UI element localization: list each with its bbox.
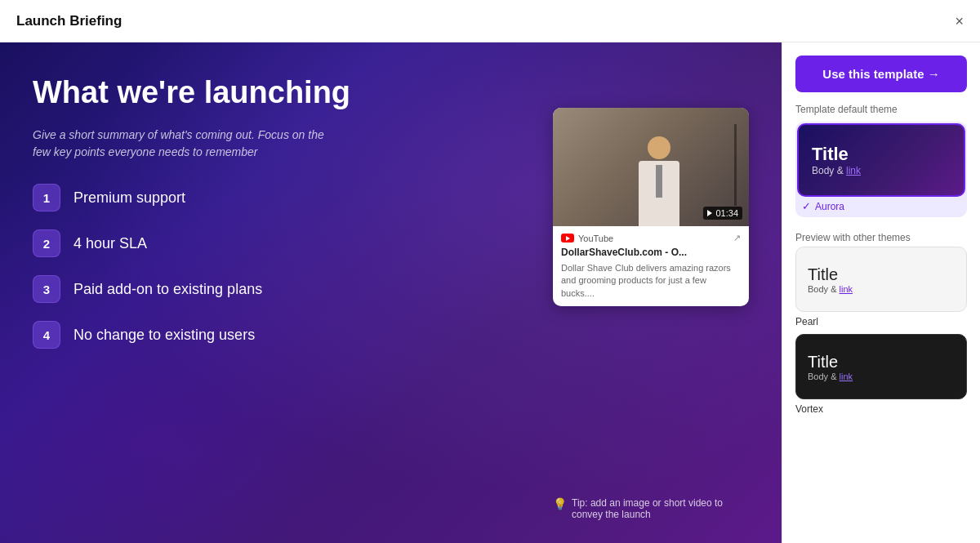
- pearl-theme-title: Title: [808, 265, 955, 284]
- slide-content: What we're launching Give a short summar…: [33, 75, 749, 349]
- tip-text: 💡 Tip: add an image or short video to co…: [553, 497, 749, 520]
- use-template-button[interactable]: Use this template →: [795, 56, 967, 92]
- slide-title: What we're launching: [33, 75, 749, 110]
- list-item: 2 4 hour SLA: [33, 229, 749, 257]
- aurora-check-indicator: ✓ Aurora: [797, 197, 965, 216]
- template-default-label: Template default theme: [795, 104, 967, 115]
- preview-other-section: Preview with other themes Title Body & l…: [795, 232, 967, 421]
- vortex-theme-card[interactable]: Title Body & link: [795, 334, 967, 399]
- vortex-theme-link[interactable]: link: [840, 372, 853, 381]
- item-number-1: 1: [33, 184, 60, 211]
- item-number-4: 4: [33, 321, 60, 349]
- pearl-theme-body: Body & link: [808, 284, 955, 294]
- pearl-theme-card[interactable]: Title Body & link: [795, 247, 967, 312]
- feature-list: 1 Premium support 2 4 hour SLA 3 Paid ad…: [33, 184, 749, 349]
- aurora-theme-body: Body & link: [812, 165, 951, 176]
- list-item: 3 Paid add-on to existing plans: [33, 275, 749, 303]
- aurora-theme-card[interactable]: Title Body & link: [797, 123, 965, 197]
- preview-other-label: Preview with other themes: [795, 232, 967, 243]
- slide-subtitle: Give a short summary of what's coming ou…: [33, 127, 343, 161]
- check-mark-icon: ✓: [802, 200, 811, 212]
- item-text-3: Paid add-on to existing plans: [74, 281, 262, 298]
- template-default-section: Template default theme Title Body & link…: [795, 104, 967, 220]
- list-item: 4 No change to existing users: [33, 321, 749, 349]
- vortex-theme-title: Title: [808, 353, 955, 372]
- list-item: 1 Premium support: [33, 184, 749, 211]
- aurora-selected-wrapper: Title Body & link ✓ Aurora: [795, 122, 967, 217]
- item-text-4: No change to existing users: [74, 327, 255, 344]
- main-layout: What we're launching Give a short summar…: [0, 42, 980, 543]
- vortex-theme-body: Body & link: [808, 372, 955, 381]
- item-number-3: 3: [33, 275, 60, 303]
- item-text-1: Premium support: [74, 189, 185, 207]
- pearl-theme-name: Pearl: [795, 316, 967, 327]
- item-number-2: 2: [33, 229, 60, 257]
- dialog-header: Launch Briefing ×: [0, 0, 980, 42]
- vortex-theme-name: Vortex: [795, 403, 967, 415]
- aurora-theme-title: Title: [812, 144, 951, 165]
- slide-preview: What we're launching Give a short summar…: [0, 42, 782, 543]
- dialog-title: Launch Briefing: [16, 13, 122, 29]
- pearl-theme-link[interactable]: link: [840, 284, 853, 294]
- sidebar: Use this template → Template default the…: [782, 42, 980, 543]
- tip-icon: 💡: [553, 497, 567, 510]
- aurora-theme-link[interactable]: link: [846, 165, 861, 176]
- item-text-2: 4 hour SLA: [74, 235, 147, 252]
- close-icon[interactable]: ×: [955, 14, 964, 29]
